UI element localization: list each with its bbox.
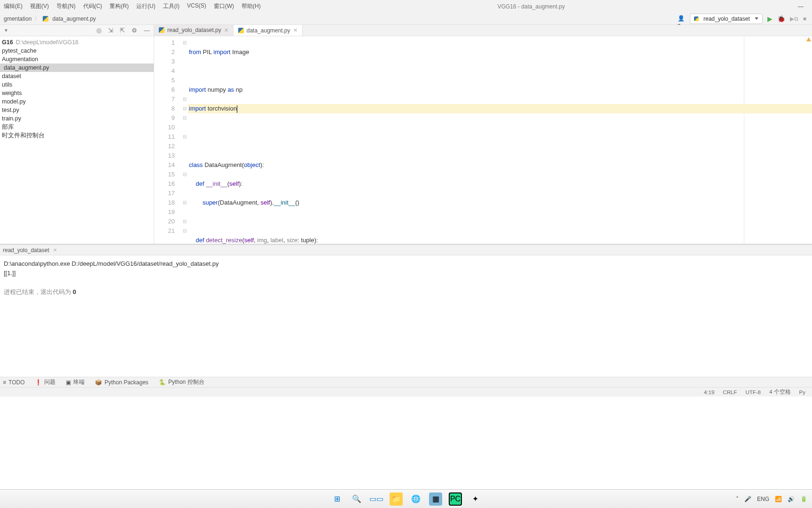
- editor-tab-active[interactable]: data_augment.py✕: [234, 25, 303, 36]
- project-tree[interactable]: G16D:\deepL\model\VGG16 pytest_cache Aug…: [0, 36, 154, 140]
- run-tab[interactable]: read_yolo_dataset✕: [0, 245, 812, 255]
- tool-tab-python-packages[interactable]: 📦 Python Packages: [95, 379, 148, 386]
- python-file-icon: [159, 27, 164, 33]
- run-with-coverage-button[interactable]: ▶⧉: [790, 16, 798, 22]
- tree-item[interactable]: utils: [0, 80, 154, 89]
- menu-navigate[interactable]: 导航(N): [53, 0, 79, 12]
- menu-window[interactable]: 窗口(W): [210, 0, 238, 12]
- main-menu: 编辑(E) 视图(V) 导航(N) 代码(C) 重构(R) 运行(U) 工具(I…: [0, 0, 265, 12]
- window-title: VGG16 - data_augment.py: [265, 3, 798, 10]
- chevron-right-icon: 〉: [34, 15, 40, 23]
- app-icon-2[interactable]: ✦: [468, 492, 482, 506]
- hide-icon[interactable]: —: [144, 27, 150, 34]
- caret-position[interactable]: 4:19: [704, 389, 714, 395]
- menu-view[interactable]: 视图(V): [26, 0, 53, 12]
- debug-button[interactable]: 🐞: [777, 15, 785, 23]
- warning-icon[interactable]: [806, 37, 811, 41]
- navigation-bar: gmentation 〉 data_augment.py 👤▾ read_yol…: [0, 13, 812, 25]
- windows-taskbar: ⊞ 🔍 ▭▭ 📁 🌐 ▦ PC ✦ ˄ 🎤 ENG 📶 🔊 🔋: [0, 489, 812, 508]
- volume-icon[interactable]: 🔊: [788, 496, 795, 502]
- gear-icon[interactable]: ⚙: [132, 27, 137, 34]
- tree-root[interactable]: G16D:\deepL\model\VGG16: [0, 38, 154, 47]
- collapse-all-icon[interactable]: ⇱: [120, 27, 125, 34]
- line-gutter: 123456789101112131415161718192021: [154, 36, 181, 244]
- tree-item[interactable]: train.py: [0, 114, 154, 123]
- python-file-icon: [694, 16, 699, 21]
- bottom-tool-tabs: ≡ TODO ❗ 问题 ▣ 终端 📦 Python Packages 🐍 Pyt…: [0, 377, 812, 387]
- line-separator[interactable]: CRLF: [723, 389, 737, 395]
- menu-run[interactable]: 运行(U): [133, 0, 159, 12]
- breadcrumb-item[interactable]: data_augment.py: [41, 16, 98, 22]
- file-encoding[interactable]: UTF-8: [745, 389, 761, 395]
- console-output[interactable]: D:\anaconda\python.exe D:/deepL/model/VG…: [0, 255, 812, 377]
- interpreter-info[interactable]: Py: [799, 389, 805, 395]
- file-explorer-icon[interactable]: 📁: [390, 492, 403, 506]
- tree-item[interactable]: dataset: [0, 72, 154, 80]
- tree-item[interactable]: Augmentation: [0, 55, 154, 64]
- editor: read_yolo_dataset.py✕ data_augment.py✕ 1…: [154, 25, 812, 244]
- title-bar: 编辑(E) 视图(V) 导航(N) 代码(C) 重构(R) 运行(U) 工具(I…: [0, 0, 812, 13]
- run-button[interactable]: ▶: [767, 15, 773, 23]
- console-line: [[1.]]: [4, 269, 808, 278]
- tree-item[interactable]: 时文件和控制台: [0, 131, 154, 140]
- chrome-icon[interactable]: 🌐: [409, 492, 422, 506]
- app-icon[interactable]: ▦: [429, 492, 442, 506]
- editor-tab[interactable]: read_yolo_dataset.py✕: [154, 25, 234, 36]
- start-button[interactable]: ⊞: [330, 492, 344, 506]
- ime-indicator[interactable]: ENG: [757, 496, 769, 502]
- select-opened-file-icon[interactable]: ▼: [4, 28, 8, 33]
- tool-tab-python-console[interactable]: 🐍 Python 控制台: [159, 378, 204, 386]
- inspection-strip[interactable]: [806, 36, 812, 244]
- expand-all-icon[interactable]: ⇲: [108, 27, 113, 34]
- target-icon[interactable]: ◎: [96, 27, 102, 34]
- tool-tab-todo[interactable]: ≡ TODO: [3, 379, 24, 386]
- tree-item[interactable]: weights: [0, 89, 154, 97]
- tool-tab-problems[interactable]: ❗ 问题: [35, 378, 55, 386]
- menu-tools[interactable]: 工具(I): [159, 0, 183, 12]
- tree-item[interactable]: model.py: [0, 97, 154, 106]
- tree-item[interactable]: 部库: [0, 123, 154, 131]
- minimize-icon[interactable]: —: [798, 3, 804, 10]
- run-config-dropdown[interactable]: read_yolo_dataset: [690, 14, 763, 24]
- status-bar: 4:19 CRLF UTF-8 4 个空格 Py: [0, 387, 812, 397]
- project-toolbar: ▼ ◎ ⇲ ⇱ ⚙ —: [0, 25, 154, 36]
- editor-tabs: read_yolo_dataset.py✕ data_augment.py✕: [154, 25, 812, 36]
- close-icon[interactable]: ✕: [53, 247, 57, 253]
- system-tray: ˄ 🎤 ENG 📶 🔊 🔋: [736, 496, 807, 502]
- console-exit: 进程已结束，退出代码为 0: [4, 287, 808, 297]
- chevron-up-icon[interactable]: ˄: [736, 496, 739, 502]
- menu-help[interactable]: 帮助(H): [238, 0, 265, 12]
- tree-item-selected[interactable]: data_augment.py: [0, 64, 154, 72]
- tool-tab-terminal[interactable]: ▣ 终端: [66, 378, 85, 386]
- search-icon[interactable]: 🔍: [350, 492, 363, 506]
- run-tool-window: read_yolo_dataset✕ D:\anaconda\python.ex…: [0, 244, 812, 377]
- project-tool-window: ▼ ◎ ⇲ ⇱ ⚙ — G16D:\deepL\model\VGG16 pyte…: [0, 25, 154, 244]
- task-view-icon[interactable]: ▭▭: [370, 492, 383, 506]
- menu-vcs[interactable]: VCS(S): [183, 0, 210, 12]
- close-icon[interactable]: ✕: [293, 27, 297, 33]
- code-area[interactable]: 123456789101112131415161718192021 ⊟⊟⊟⊟⊟⊟…: [154, 36, 812, 244]
- tree-item[interactable]: pytest_cache: [0, 47, 154, 55]
- chevron-down-icon: [755, 17, 758, 20]
- pycharm-icon[interactable]: PC: [449, 492, 462, 506]
- console-line: D:\anaconda\python.exe D:/deepL/model/VG…: [4, 259, 808, 269]
- battery-icon[interactable]: 🔋: [800, 496, 807, 502]
- run-config-label: read_yolo_dataset: [703, 16, 750, 22]
- code-text[interactable]: from PIL import Image import numpy as np…: [188, 36, 812, 244]
- wifi-icon[interactable]: 📶: [775, 496, 782, 502]
- python-file-icon: [43, 16, 48, 22]
- code-with-me-icon[interactable]: 👤▾: [678, 15, 685, 23]
- breadcrumb-item[interactable]: gmentation: [2, 16, 33, 22]
- python-file-icon: [238, 28, 244, 33]
- menu-code[interactable]: 代码(C): [79, 0, 106, 12]
- stop-button[interactable]: ■: [803, 16, 806, 22]
- caret: [237, 105, 237, 113]
- close-icon[interactable]: ✕: [224, 27, 228, 33]
- mic-icon[interactable]: 🎤: [744, 496, 751, 502]
- menu-edit[interactable]: 编辑(E): [0, 0, 26, 12]
- tree-item[interactable]: test.py: [0, 106, 154, 114]
- menu-refactor[interactable]: 重构(R): [106, 0, 133, 12]
- fold-column[interactable]: ⊟⊟⊟⊟⊟⊟⊟⊟⊟: [181, 36, 188, 244]
- indent-info[interactable]: 4 个空格: [769, 389, 791, 396]
